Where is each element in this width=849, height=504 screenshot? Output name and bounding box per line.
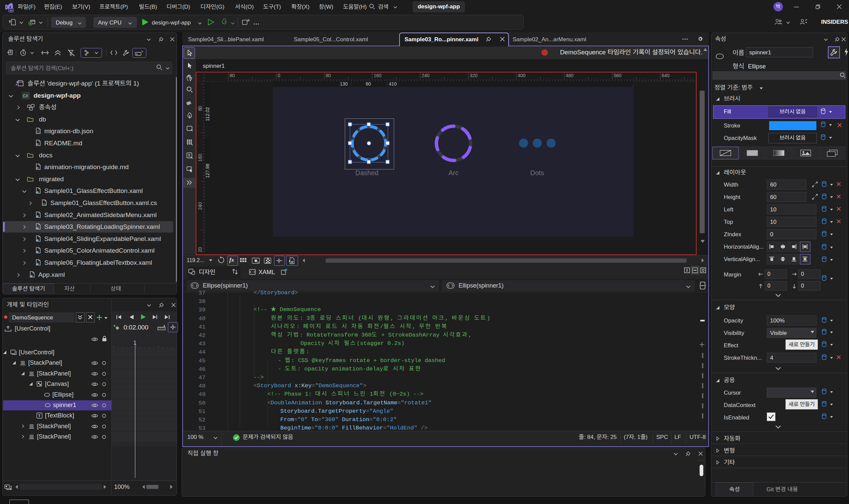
svg-text:T: T [188, 154, 190, 158]
svg-text:M↓: M↓ [36, 166, 40, 169]
svg-text:⭠: ⭠ [36, 191, 38, 194]
svg-text:⭠: ⭠ [30, 274, 32, 277]
svg-text:⭠: ⭠ [36, 238, 38, 241]
svg-text:T: T [38, 414, 41, 418]
svg-text:⭠: ⭠ [36, 250, 38, 253]
svg-text:IN: IN [10, 9, 13, 12]
svg-text:{}: {} [37, 130, 40, 134]
svg-text:C#: C# [42, 203, 46, 206]
svg-text:C#: C# [23, 94, 28, 98]
svg-text:⭠: ⭠ [36, 227, 38, 230]
svg-text:⭠: ⭠ [36, 263, 38, 266]
svg-text:⭠: ⭠ [36, 214, 38, 217]
svg-text:M↓: M↓ [36, 143, 40, 146]
